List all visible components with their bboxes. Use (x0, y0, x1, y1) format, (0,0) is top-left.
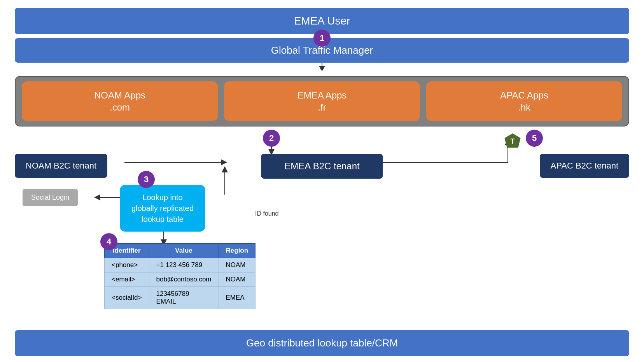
apac-apps-box: APAC Apps .hk (426, 81, 622, 121)
table-cell: EMEA (219, 287, 256, 309)
table-row: <phone> +1 123 456 789 NOAM (105, 258, 256, 272)
badge-1: 1 (313, 30, 331, 47)
table-cell: NOAM (219, 272, 256, 287)
lookup-table: Identifier Value Region <phone> +1 123 4… (104, 243, 256, 309)
lookup-bubble-label: Lookup into globally replicated lookup t… (131, 193, 194, 223)
arrow-gtm-down (15, 63, 629, 70)
table-cell: <phone> (105, 258, 149, 272)
emea-b2c-tenant: EMEA B2C tenant (261, 154, 383, 179)
table-cell: bob@contoso.com (149, 272, 219, 287)
lookup-bubble: Lookup into globally replicated lookup t… (120, 185, 205, 232)
middle-section: 2 T 5 NOAM B2C tenant EMEA B2C tenant AP… (15, 138, 629, 356)
table-header-value: Value (149, 244, 219, 258)
svg-text:T: T (511, 137, 515, 145)
table-cell: NOAM (219, 258, 256, 272)
emea-user-label: EMEA User (294, 15, 350, 27)
emea-apps-box: EMEA Apps .fr (224, 81, 420, 121)
noam-apps-box: NOAM Apps .com (22, 81, 218, 121)
table-cell: <socialId> (105, 287, 149, 309)
pentagon-t-badge: T (504, 133, 521, 150)
table-header-region: Region (219, 244, 256, 258)
gtm-row: 1 Global Traffic Manager (15, 38, 629, 63)
id-found-label: ID found (255, 210, 278, 217)
diagram-container: EMEA User 1 Global Traffic Manager NOAM … (0, 0, 644, 362)
apps-row: NOAM Apps .com EMEA Apps .fr APAC Apps .… (15, 76, 629, 127)
geo-bar: Geo distributed lookup table/CRM (15, 330, 629, 356)
apac-b2c-tenant: APAC B2C tenant (540, 154, 629, 178)
table-row: <email> bob@contoso.com NOAM (105, 272, 256, 287)
table-cell: 123456789EMAIL (149, 287, 219, 309)
noam-b2c-tenant: NOAM B2C tenant (15, 154, 107, 178)
table-cell: +1 123 456 789 (149, 258, 219, 272)
table-cell: <email> (105, 272, 149, 287)
social-login-box: Social Login (23, 189, 78, 206)
table-row: <socialId> 123456789EMAIL EMEA (105, 287, 256, 309)
badge-5: 5 (526, 130, 543, 147)
badge-2: 2 (263, 130, 280, 147)
